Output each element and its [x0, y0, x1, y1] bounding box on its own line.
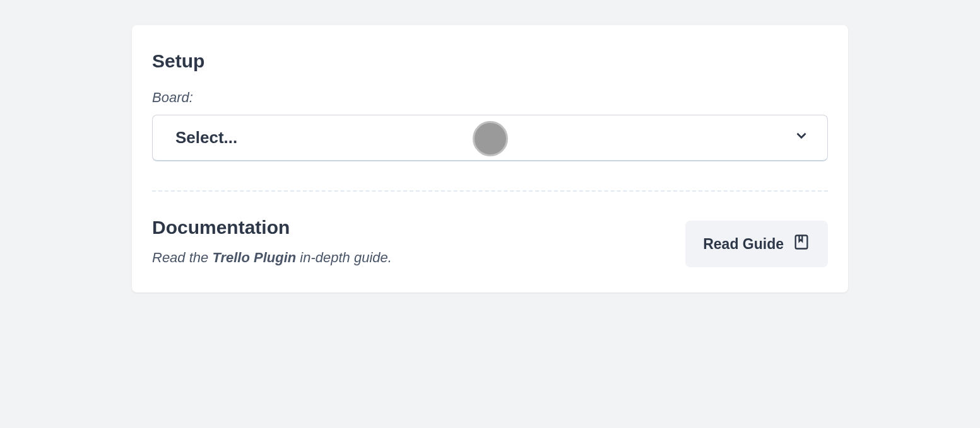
read-guide-button[interactable]: Read Guide — [685, 221, 828, 267]
setup-title: Setup — [152, 50, 828, 72]
doc-desc-suffix: in-depth guide. — [296, 250, 392, 265]
section-divider — [152, 190, 828, 192]
documentation-text: Documentation Read the Trello Plugin in-… — [152, 217, 685, 266]
doc-desc-prefix: Read the — [152, 250, 212, 265]
board-select[interactable]: Select... — [152, 115, 828, 161]
book-icon — [793, 233, 810, 255]
documentation-section: Documentation Read the Trello Plugin in-… — [152, 217, 828, 267]
documentation-title: Documentation — [152, 217, 685, 238]
board-select-placeholder: Select... — [175, 128, 237, 147]
board-select-wrapper: Select... — [152, 115, 828, 161]
read-guide-label: Read Guide — [703, 236, 784, 253]
chevron-down-icon — [793, 127, 810, 148]
doc-desc-strong: Trello Plugin — [212, 250, 296, 265]
documentation-description: Read the Trello Plugin in-depth guide. — [152, 250, 685, 266]
board-label: Board: — [152, 90, 828, 106]
settings-card: Setup Board: Select... Documentation Rea… — [132, 25, 848, 292]
